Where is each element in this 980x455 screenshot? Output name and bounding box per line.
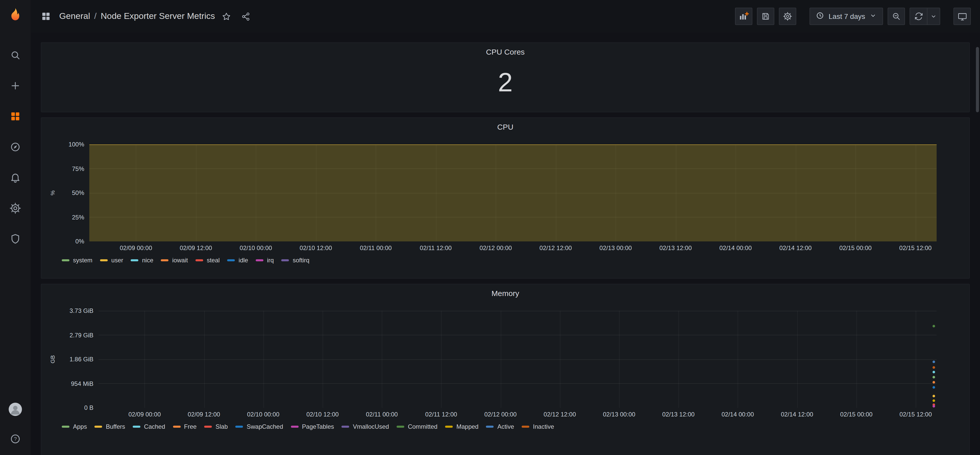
legend-item[interactable]: PageTables xyxy=(291,423,334,430)
plot-area[interactable] xyxy=(99,311,937,408)
legend-item[interactable]: steal xyxy=(196,257,220,264)
legend-item[interactable]: idle xyxy=(228,257,248,264)
time-range-picker[interactable]: Last 7 days xyxy=(810,8,883,25)
legend-item[interactable]: user xyxy=(100,257,123,264)
legend-swatch xyxy=(228,259,235,261)
server-admin-shield-icon[interactable] xyxy=(6,230,24,248)
breadcrumb-section[interactable]: General xyxy=(59,11,90,21)
x-axis-tick: 02/15 00:00 xyxy=(840,411,873,418)
refresh-interval-caret[interactable] xyxy=(927,8,940,25)
legend-label: Mapped xyxy=(456,423,479,430)
panel-cpu: CPU 100%75%50%25%0%% 02/09 00:0002/09 12… xyxy=(41,118,970,278)
plot-area[interactable] xyxy=(89,145,937,242)
sidebar-bottom: ? xyxy=(6,400,24,448)
series-endpoint-dot xyxy=(932,399,935,402)
legend-item[interactable]: Apps xyxy=(62,423,87,430)
x-axis-tick: 02/12 00:00 xyxy=(479,245,512,251)
grafana-app: ? General / Node Exporter Server Metrics xyxy=(0,0,980,455)
dashboards-grid-icon[interactable] xyxy=(38,8,54,24)
y-axis-title: % xyxy=(49,190,56,196)
legend-item[interactable]: VmallocUsed xyxy=(342,423,389,430)
legend-item[interactable]: Committed xyxy=(396,423,438,430)
series-endpoint-dot xyxy=(932,361,935,363)
add-panel-button[interactable] xyxy=(735,8,752,25)
series-endpoint-dot xyxy=(932,366,935,369)
svg-text:?: ? xyxy=(14,436,17,441)
legend-item[interactable]: Active xyxy=(486,423,514,430)
legend-label: nice xyxy=(142,257,153,264)
legend-label: irq xyxy=(267,257,274,264)
gridline-vertical xyxy=(738,311,738,408)
legend-swatch xyxy=(204,426,212,428)
legend-item[interactable]: Slab xyxy=(204,423,228,430)
legend-item[interactable]: softirq xyxy=(282,257,309,264)
x-axis-tick: 02/14 12:00 xyxy=(781,411,813,418)
x-axis-tick: 02/15 00:00 xyxy=(839,245,872,251)
y-axis-tick: 1.86 GiB xyxy=(70,356,94,363)
gridline-vertical xyxy=(916,311,916,408)
gridline-horizontal xyxy=(99,311,937,311)
save-dashboard-button[interactable] xyxy=(757,8,775,25)
page-title[interactable]: Node Exporter Server Metrics xyxy=(100,11,215,21)
cpu-chart: 100%75%50%25%0%% 02/09 00:0002/09 12:000… xyxy=(48,145,963,264)
gridline-vertical xyxy=(204,311,204,408)
memory-chart: 3.73 GiB2.79 GiB1.86 GiB954 MiB0 BGB 02/… xyxy=(48,311,963,430)
panel-title[interactable]: CPU xyxy=(48,122,963,132)
main-area: General / Node Exporter Server Metrics xyxy=(30,0,980,455)
y-axis-tick: 50% xyxy=(72,189,84,197)
scrollbar-thumb[interactable] xyxy=(976,47,979,112)
series-endpoint-dot xyxy=(932,386,935,389)
cycle-view-mode-button[interactable] xyxy=(953,8,971,25)
legend-label: softirq xyxy=(293,257,309,264)
legend-item[interactable]: iowait xyxy=(161,257,188,264)
legend-item[interactable]: Cached xyxy=(133,423,165,430)
chevron-down-icon xyxy=(869,12,877,21)
legend-label: Apps xyxy=(73,423,87,430)
dashboards-icon[interactable] xyxy=(6,107,24,126)
x-axis-tick: 02/12 00:00 xyxy=(484,411,517,418)
legend-item[interactable]: Free xyxy=(173,423,197,430)
share-icon[interactable] xyxy=(237,8,254,24)
gridline-vertical xyxy=(797,311,797,408)
legend-item[interactable]: irq xyxy=(256,257,274,264)
create-icon[interactable] xyxy=(6,76,24,95)
legend-item[interactable]: SwapCached xyxy=(235,423,283,430)
legend-item[interactable]: Inactive xyxy=(522,423,554,430)
dashboard-settings-button[interactable] xyxy=(779,8,797,25)
x-axis-tick: 02/10 00:00 xyxy=(247,411,280,418)
panel-title[interactable]: CPU Cores xyxy=(48,47,963,57)
x-axis-tick: 02/13 12:00 xyxy=(662,411,695,418)
search-icon[interactable] xyxy=(6,46,24,64)
grafana-logo-icon[interactable] xyxy=(6,5,25,24)
configuration-gear-icon[interactable] xyxy=(6,199,24,218)
legend-label: Free xyxy=(184,423,197,430)
x-axis-tick: 02/13 12:00 xyxy=(659,245,692,251)
x-axis-tick: 02/09 12:00 xyxy=(188,411,220,418)
x-axis-tick: 02/12 12:00 xyxy=(539,245,572,251)
gridline-vertical xyxy=(678,311,679,408)
x-axis-tick: 02/09 00:00 xyxy=(120,245,152,251)
legend-swatch xyxy=(131,259,138,261)
legend-swatch xyxy=(256,259,263,261)
user-avatar[interactable] xyxy=(6,400,24,418)
legend-item[interactable]: Buffers xyxy=(95,423,125,430)
clock-icon xyxy=(816,11,824,21)
legend-label: steal xyxy=(207,257,220,264)
legend-item[interactable]: nice xyxy=(131,257,153,264)
x-axis-tick: 02/13 00:00 xyxy=(603,411,635,418)
refresh-button[interactable] xyxy=(910,8,927,25)
star-icon[interactable] xyxy=(218,8,234,24)
legend-item[interactable]: Mapped xyxy=(445,423,479,430)
y-axis-tick: 954 MiB xyxy=(71,380,94,387)
legend-swatch xyxy=(522,426,529,428)
legend-label: Active xyxy=(497,423,514,430)
legend-item[interactable]: system xyxy=(62,257,92,264)
gridline-horizontal xyxy=(99,383,937,384)
zoom-out-button[interactable] xyxy=(888,8,905,25)
panel-title[interactable]: Memory xyxy=(48,288,963,299)
explore-compass-icon[interactable] xyxy=(6,138,24,156)
legend-label: Slab xyxy=(215,423,228,430)
help-icon[interactable]: ? xyxy=(6,430,24,448)
alerting-bell-icon[interactable] xyxy=(6,169,24,187)
legend-swatch xyxy=(282,259,289,261)
